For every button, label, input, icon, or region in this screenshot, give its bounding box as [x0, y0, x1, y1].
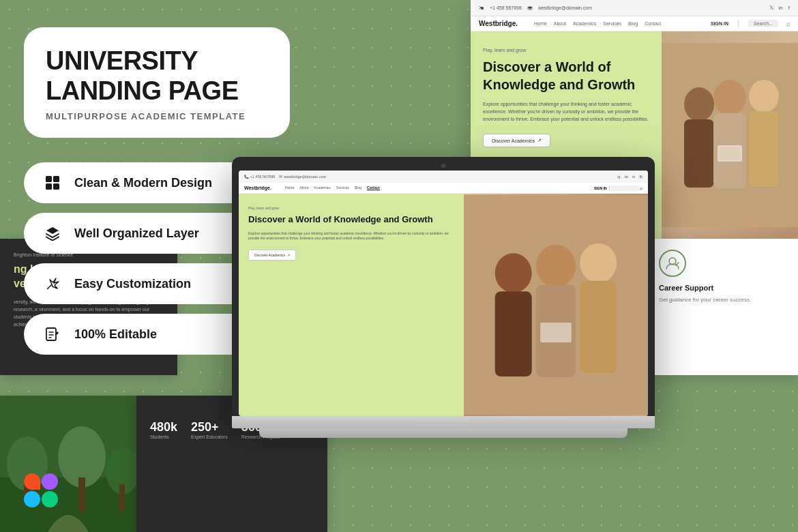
- feature-clean-design-label: Clean & Modern Design: [74, 176, 212, 190]
- laptop-foot: [259, 428, 627, 438]
- mini-cta[interactable]: Discover Academics ↗: [248, 250, 296, 261]
- mini-browser: 📞 +1 456 567898 ✉ westbridge@domain.com …: [239, 171, 648, 416]
- mini-nav: Westbridge. Home About Academics Service…: [239, 183, 648, 194]
- figma-color-purple: [42, 473, 58, 490]
- svg-rect-4: [46, 328, 56, 340]
- ss-nav: Westbridge. Home About Academics Service…: [471, 16, 798, 31]
- title-box: UNIVERSITY LANDING PAGE MULTIPURPOSE ACA…: [24, 27, 290, 138]
- figma-color-red: [24, 473, 40, 490]
- svg-rect-25: [464, 195, 648, 415]
- career-icon: [659, 250, 686, 277]
- ss-play-text: Play, learn and grow: [483, 48, 649, 53]
- svg-rect-5: [481, 7, 484, 10]
- magic-icon: [43, 274, 62, 293]
- figma-color-green: [42, 491, 58, 507]
- ss-logo: Westbridge.: [479, 20, 518, 27]
- ss-email: westbridge@domain.com: [538, 5, 592, 10]
- edit-icon: [43, 325, 62, 344]
- mini-logo: Westbridge.: [244, 186, 271, 190]
- mini-hero: Play, learn and grow Discover a World of…: [239, 194, 648, 416]
- mini-hero-image: [464, 194, 648, 416]
- figma-color-blue: [24, 491, 40, 507]
- career-title: Career Support: [659, 284, 787, 292]
- mini-nav-links: Home About Academics Services Blog Conta…: [285, 186, 380, 190]
- grid-icon: [43, 173, 62, 192]
- laptop-frame: 📞 +1 456 567898 ✉ westbridge@domain.com …: [232, 157, 655, 416]
- svg-rect-0: [46, 176, 52, 182]
- laptop-mockup: 📞 +1 456 567898 ✉ westbridge@domain.com …: [232, 157, 655, 438]
- ss-hero-title: Discover a World of Knowledge and Growth: [483, 58, 649, 93]
- figma-logo: [24, 473, 62, 507]
- ss-nav-links: Home About Academics Services Blog Conta…: [534, 21, 661, 26]
- students-photo: [662, 31, 798, 239]
- mini-play-text: Play, learn and grow: [248, 206, 454, 210]
- laptop-screen: 📞 +1 456 567898 ✉ westbridge@domain.com …: [239, 171, 648, 416]
- page-subtitle: MULTIPURPOSE ACADEMIC TEMPLATE: [46, 111, 268, 121]
- mini-hero-desc: Explore opportunities that challenge you…: [248, 231, 454, 241]
- mini-hero-title: Discover a World of Knowledge and Growth: [248, 214, 454, 226]
- svg-rect-16: [662, 43, 798, 227]
- ss-hero-desc: Explore opportunities that challenge you…: [483, 100, 649, 123]
- svg-rect-1: [53, 176, 59, 182]
- mini-topbar: 📞 +1 456 567898 ✉ westbridge@domain.com …: [239, 171, 648, 183]
- ss-phone: +1 456 567898: [490, 5, 522, 10]
- page-title: UNIVERSITY LANDING PAGE: [46, 46, 268, 106]
- layers-icon: [43, 224, 62, 243]
- career-support-section: Career Support Get guidance for your car…: [648, 239, 798, 375]
- feature-organized-label: Well Organized Layer: [74, 226, 199, 241]
- laptop-notch: [416, 422, 471, 426]
- career-desc: Get guidance for your career success.: [659, 296, 787, 304]
- ss-hero-image: [662, 31, 798, 239]
- ss-cta-button[interactable]: Discover Academics ↗: [483, 134, 550, 147]
- laptop-base: [232, 416, 655, 428]
- feature-customization-label: Easy Customization: [74, 277, 191, 291]
- mini-phone: 📞 +1 456 567898: [244, 175, 275, 179]
- laptop-camera: [441, 164, 445, 168]
- feature-editable-label: 100% Editable: [74, 327, 157, 342]
- svg-rect-2: [46, 183, 52, 190]
- svg-rect-3: [53, 183, 59, 190]
- mini-hero-content: Play, learn and grow Discover a World of…: [239, 194, 464, 416]
- mini-students: [464, 194, 648, 416]
- ss-topbar: +1 456 567898 westbridge@domain.com 𝕏 in…: [471, 0, 798, 16]
- mini-email: ✉ westbridge@domain.com: [279, 175, 326, 179]
